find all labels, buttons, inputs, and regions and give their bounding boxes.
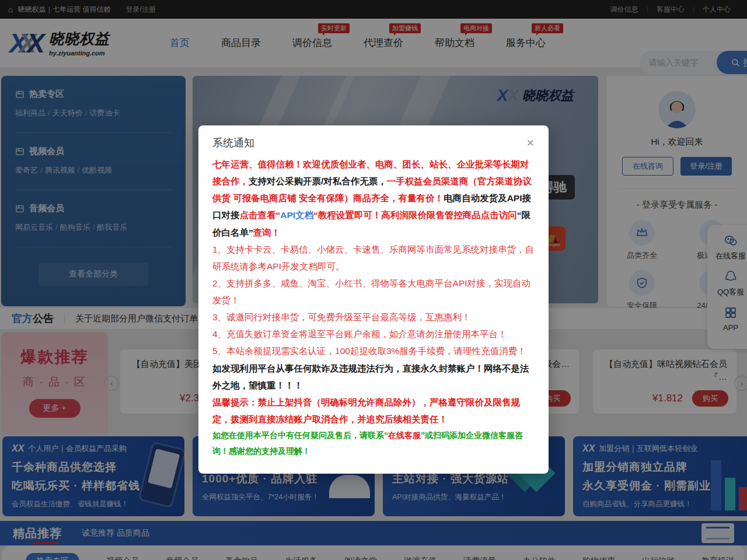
modal-title: 系统通知 xyxy=(212,136,254,150)
notice-paragraph: 七年运营、值得信赖！欢迎优质创业者、电商、团长、站长、企业批采等长期对接合作，支… xyxy=(212,156,535,241)
notice-text: 4、充值失败订单资金将退至平台账户余额，如介意请勿注册使用本平台！ xyxy=(212,329,507,339)
notice-paragraph: 3、诚邀同行对接串货，可免费升级至平台最高等级，互惠惠利！ xyxy=(212,309,535,326)
notice-text: 温馨提示：禁止上架抖音（明确标明允许商品除外），严格遵守限价及限售规定，拨测到直… xyxy=(212,397,520,424)
notice-text: 5、本站余额提现需实名认证，100起提收取3%服务手续费，请理性充值消费！ xyxy=(212,346,526,356)
notice-text: 3、诚邀同行对接串货，可免费升级至平台最高等级，互惠惠利！ xyxy=(212,312,471,322)
notice-text: 在线客服 xyxy=(388,430,421,440)
notice-text: “教程设置即可！高利润限价限售管控商品点击访问 xyxy=(313,210,517,220)
notice-text: 如发现利用平台从事任何欺诈及违规违法行为，直接永久封禁账户！网络不是法外之地，望… xyxy=(212,363,529,390)
system-notice-modal: 系统通知 ✕ 七年运营、值得信赖！欢迎优质创业者、电商、团长、站长、企业批采等长… xyxy=(198,125,549,474)
notice-paragraph: 2、支持拼多多、咸鱼、淘宝、小红书、得物等各大电商平台API对接，实现自动发货！ xyxy=(212,275,535,309)
notice-text: 1、支持卡卡云、卡易信、小储云、卡速售、乐商网等市面常见系统对接串货，自研系统请… xyxy=(212,244,534,271)
close-icon[interactable]: ✕ xyxy=(526,137,535,149)
notice-paragraph: 如发现利用平台从事任何欺诈及违规违法行为，直接永久封禁账户！网络不是法外之地，望… xyxy=(212,360,535,394)
notice-paragraph: 5、本站余额提现需实名认证，100起提收取3%服务手续费，请理性充值消费！ xyxy=(212,342,535,359)
modal-body: 七年运营、值得信赖！欢迎优质创业者、电商、团长、站长、企业批采等长期对接合作，支… xyxy=(198,153,549,474)
notice-paragraph: 1、支持卡卡云、卡易信、小储云、卡速售、乐商网等市面常见系统对接串货，自研系统请… xyxy=(212,241,535,275)
notice-text: 查询！ xyxy=(253,228,281,237)
notice-paragraph: 4、充值失败订单资金将退至平台账户余额，如介意请勿注册使用本平台！ xyxy=(212,326,535,342)
notice-paragraph: 如您在使用本平台中有任何疑问及售后，请联系“在线客服”或扫码添加企业微信客服咨询… xyxy=(212,428,535,459)
notice-text: 2、支持拼多多、咸鱼、淘宝、小红书、得物等各大电商平台API对接，实现自动发货！ xyxy=(212,278,530,305)
api-doc-link[interactable]: API文档 xyxy=(280,210,313,220)
notice-paragraph: 温馨提示：禁止上架抖音（明确标明允许商品除外），严格遵守限价及限售规定，拨测到直… xyxy=(212,394,535,428)
page: ⌂ 晓晓权益｜七年运营 值得信赖 登录/注册 调价信息 | 客服中心 | 个人中… xyxy=(0,0,747,560)
notice-text: 支持对公采购开票/对私合作无票， xyxy=(249,176,387,186)
notice-text: 点击查看“ xyxy=(240,210,281,220)
notice-text: 如您在使用本平台中有任何疑问及售后，请联系“ xyxy=(212,430,388,440)
